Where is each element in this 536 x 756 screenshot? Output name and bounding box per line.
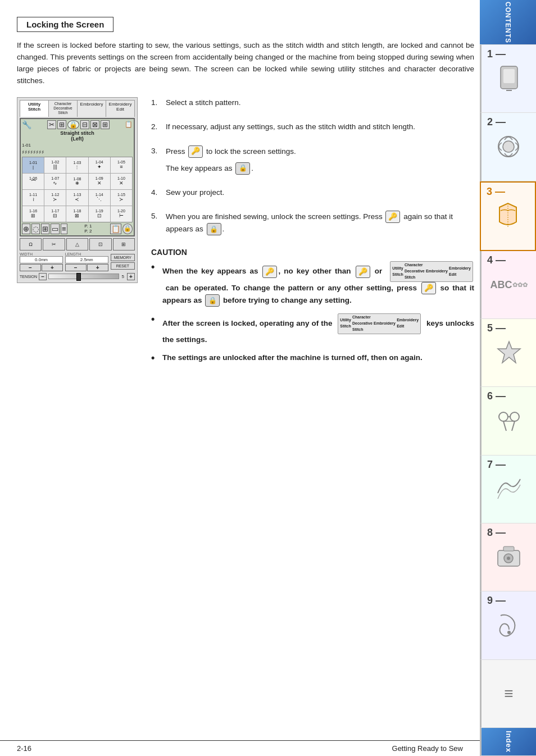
length-label: LENGTH xyxy=(65,252,108,256)
stitch-cell-114[interactable]: 1-14⋱ xyxy=(89,190,110,206)
bullet-3: • xyxy=(151,352,160,365)
tab-embroidery-edit[interactable]: EmbroideryEdit xyxy=(106,101,134,117)
page-indicator: P. 1 P. 2 xyxy=(84,224,92,234)
stitch-cell-119[interactable]: 1-19⊡ xyxy=(89,206,110,222)
fn-btn-4[interactable]: ⊡ xyxy=(89,238,111,251)
sidebar-chapter-7[interactable]: 7 — xyxy=(480,456,536,523)
width-minus[interactable]: − xyxy=(20,264,41,271)
stitch-cell-105[interactable]: 1-05≡ xyxy=(111,157,132,173)
stitch-id: 1-01 xyxy=(22,143,133,148)
chapter-8-num: 8 — xyxy=(487,527,506,539)
chapter-6-icon xyxy=(492,404,526,438)
tension-value: 5 xyxy=(121,274,125,279)
chapter-3-num: 3 — xyxy=(487,186,505,198)
chapter-1-num: 1 — xyxy=(487,48,506,60)
svg-point-16 xyxy=(507,631,511,634)
stitch-cell-107[interactable]: 1-07∿ xyxy=(44,174,66,189)
stitch-cell-101[interactable]: 1-01| xyxy=(22,157,44,173)
chapter-5-icon xyxy=(492,336,526,370)
bullet-2: • xyxy=(151,313,160,326)
step-3-main: 3. Press 🔑 to lock the screen settings. xyxy=(151,145,296,158)
stitch-cell-103[interactable]: 1-03⋮ xyxy=(66,157,88,173)
stitch-cell-106[interactable]: 1-06⁀ xyxy=(22,174,44,189)
key-icon-locked-1: 🔒 xyxy=(235,162,250,175)
tension-label: TENSION xyxy=(20,275,37,279)
chapter-5-num: 5 — xyxy=(487,322,506,334)
length-plus[interactable]: + xyxy=(87,264,108,271)
memory-button[interactable]: MEMORY xyxy=(111,254,135,261)
index-label: Index xyxy=(505,731,513,753)
fn-btn-1[interactable]: Ω xyxy=(20,238,42,251)
stitch-name: Straight stitch(Left) xyxy=(22,130,133,142)
chapter-3-icon xyxy=(491,199,525,233)
sidebar-chapter-8[interactable]: 8 — xyxy=(480,523,536,591)
sidebar-index[interactable]: Index xyxy=(480,728,536,756)
sidebar-chapter-6[interactable]: 6 — xyxy=(480,387,536,455)
svg-point-14 xyxy=(507,557,510,560)
svg-marker-5 xyxy=(498,341,520,363)
chapter-1-icon xyxy=(492,62,526,95)
stitch-cell-113[interactable]: 1-13≺ xyxy=(66,190,88,206)
stitch-cell-111[interactable]: 1-11≀ xyxy=(22,190,44,206)
tension-minus[interactable]: − xyxy=(39,273,47,280)
reset-button[interactable]: RESET xyxy=(111,262,135,270)
sidebar-chapter-2[interactable]: 2 — xyxy=(480,113,536,181)
caution-item-3: • The settings are unlocked after the ma… xyxy=(151,352,474,365)
stitch-grid: 1-01| 1-02||| 1-03⋮ 1-04✦ 1-05≡ 1-06⁀ 1-… xyxy=(22,157,133,222)
tension-scale xyxy=(48,274,119,279)
stitch-cell-115[interactable]: 1-15≻ xyxy=(111,190,132,206)
stitch-cell-108[interactable]: 1-08❋ xyxy=(66,174,88,189)
chapter-9-num: 9 — xyxy=(487,595,506,607)
length-value: 2.5mm xyxy=(65,256,108,263)
svg-line-11 xyxy=(512,421,515,431)
fn-btn-3[interactable]: △ xyxy=(66,238,88,251)
key-icon-unlock: 🔑 xyxy=(188,145,203,158)
step-3-text: Press 🔑 to lock the screen settings. xyxy=(166,145,296,158)
svg-point-7 xyxy=(510,412,519,421)
tab-character-stitch[interactable]: CharacterDecorativeStitch xyxy=(49,101,78,117)
stitch-cell-116[interactable]: 1-16⊞ xyxy=(22,206,44,222)
stitch-cell-117[interactable]: 1-17⊟ xyxy=(44,206,66,222)
step-2-num: 2. xyxy=(151,121,166,133)
page-indicator-row: ⊕ ◌ ⊞ ▭ ≡ P. 1 P. 2 📋 🔒 xyxy=(22,224,133,234)
svg-rect-15 xyxy=(503,546,514,551)
chapter-6-num: 6 — xyxy=(487,390,506,402)
sidebar-chapter-1[interactable]: 1 — xyxy=(480,45,536,113)
tension-plus[interactable]: + xyxy=(127,273,135,280)
stitch-cell-109[interactable]: 1-09✕ xyxy=(89,174,110,189)
sidebar-chapter-3[interactable]: 3 — xyxy=(480,181,536,251)
fn-btn-5[interactable]: ⊞ xyxy=(113,238,135,251)
step-4-text: Sew your project. xyxy=(166,187,474,199)
caution-text-1: When the key appears as 🔑, no key other … xyxy=(162,261,474,307)
chapter-4-num: 4 — xyxy=(487,254,506,266)
stitch-cell-110[interactable]: 1-10✕ xyxy=(111,174,132,189)
footer-page-title: Getting Ready to Sew xyxy=(392,744,463,753)
svg-point-6 xyxy=(499,412,508,421)
sidebar-chapter-5[interactable]: 5 — xyxy=(480,319,536,387)
step-3: 3. Press 🔑 to lock the screen settings. … xyxy=(151,145,474,175)
machine-screen: 🔧 ✂ ⊞ 🔒 ⊟ ⊠ ⊞ 📋 Straight stitch(Left) 1-… xyxy=(20,118,135,236)
tension-slider[interactable] xyxy=(76,273,81,281)
stitch-cell-118[interactable]: 1-18⊠ xyxy=(66,206,88,222)
sidebar-chapter-9[interactable]: 9 — xyxy=(480,591,536,659)
sidebar-lines[interactable]: ≡ xyxy=(480,660,536,728)
tab-embroidery[interactable]: Embroidery xyxy=(78,101,106,117)
fn-btn-2[interactable]: ✂ xyxy=(43,238,65,251)
bottom-function-buttons: Ω ✂ △ ⊡ ⊞ xyxy=(20,238,135,251)
sidebar-contents[interactable]: CONTENTS xyxy=(480,0,536,45)
step-3-num: 3. xyxy=(151,145,166,157)
steps-column: 1. Select a stitch pattern. 2. If necess… xyxy=(151,97,474,371)
stitch-cell-112[interactable]: 1-12≻ xyxy=(44,190,66,206)
chapter-7-num: 7 — xyxy=(487,459,506,471)
sidebar-chapter-4[interactable]: 4 — ABC ✿✿✿ xyxy=(480,251,536,319)
stitch-cell-102[interactable]: 1-02||| xyxy=(44,157,66,173)
stitch-bar-top: ♯♯♯♯♯♯♯♯ xyxy=(22,149,133,155)
width-plus[interactable]: + xyxy=(42,264,63,271)
width-value: 0.0mm xyxy=(20,256,63,263)
chapter-2-num: 2 — xyxy=(487,116,506,128)
stitch-cell-120[interactable]: 1-20⊢ xyxy=(111,206,132,222)
stitch-cell-104[interactable]: 1-04✦ xyxy=(89,157,110,173)
length-minus[interactable]: − xyxy=(65,264,87,271)
key-icon-locked-2: 🔒 xyxy=(207,223,221,235)
tab-utility-stitch[interactable]: UtilityStitch xyxy=(20,101,49,117)
